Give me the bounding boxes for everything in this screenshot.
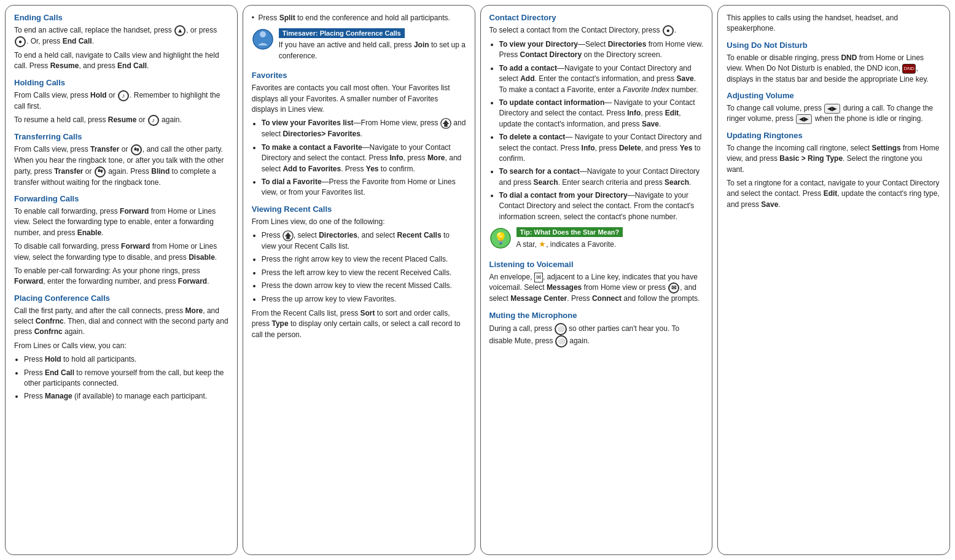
contact-dir-item-3: To update contact information— Navigate … <box>499 98 704 130</box>
heading-mute: Muting the Microphone <box>489 311 704 320</box>
recent-calls-item-2: Press the right arrow key to view the re… <box>262 254 466 265</box>
home-icon <box>440 118 451 129</box>
conference-list-item-2: Press End Call to remove yourself from t… <box>24 368 228 389</box>
panel-conference-details: • Press Split to end the conference and … <box>243 5 475 555</box>
recent-calls-item-3: Press the left arrow key to view the rec… <box>262 268 466 278</box>
favorites-list: To view your Favorites list—From Home vi… <box>262 118 466 198</box>
hold-icon: ♪ <box>118 90 129 101</box>
panel-ending-calls: Ending Calls To end an active call, repl… <box>5 5 238 555</box>
volume-icon-1: ◀▶ <box>824 104 840 114</box>
timesaver-label: Timesaver: Placing Conference Calls <box>279 28 405 38</box>
recent-calls-item-4: Press the down arrow key to view the rec… <box>262 281 466 291</box>
favorites-list-item-3: To dial a Favorite—Press the Favorite fr… <box>262 177 466 198</box>
home-icon-2 <box>283 230 294 241</box>
contact-dir-item-4: To delete a contact— Navigate to your Co… <box>499 132 704 164</box>
text-forwarding-calls-1: To enable call forwarding, press Forward… <box>14 206 228 238</box>
timesaver-icon <box>252 28 274 50</box>
text-voicemail: An envelope, ✉, adjacent to a Line key, … <box>489 272 704 305</box>
envelope-icon: ✉ <box>534 273 543 283</box>
recent-calls-item-1: Press , select Directories, and select R… <box>262 230 466 252</box>
svg-text:💡: 💡 <box>494 231 508 245</box>
heading-volume: Adjusting Volume <box>727 91 941 100</box>
text-mute: During a call, press ⚪ so other parties … <box>489 323 704 348</box>
select-contact-icon: ● <box>663 25 674 36</box>
timesaver-content: Timesaver: Placing Conference Calls If y… <box>279 28 466 64</box>
conference-list-item-3: Press Manage (if available) to manage ea… <box>24 391 228 402</box>
text-split-conference: • Press Split to end the conference and … <box>252 13 466 23</box>
text-conference-calls-2: From Lines or Calls view, you can: <box>14 341 228 351</box>
heading-favorites: Favorites <box>252 71 466 80</box>
text-applies-to: This applies to calls using the handset,… <box>727 13 941 34</box>
conference-calls-list: Press Hold to hold all participants. Pre… <box>24 354 228 402</box>
conference-list-item-1: Press Hold to hold all participants. <box>24 354 228 365</box>
transfer-icon-1: ⇆ <box>131 144 142 155</box>
text-holding-calls-2: To resume a held call, press Resume or ♪… <box>14 115 228 126</box>
text-recent-calls-sort: From the Recent Calls list, press Sort t… <box>252 308 466 340</box>
end-call-icon-2: ● <box>15 36 26 47</box>
text-recent-calls-intro: From Lines view, do one of the following… <box>252 217 466 227</box>
text-transferring-calls: From Calls view, press Transfer or ⇆, an… <box>14 144 228 188</box>
dnd-icon: DND <box>902 64 916 74</box>
mute-icon-2: ⚪ <box>555 335 567 348</box>
tip-icon: 💡 <box>489 227 512 249</box>
panel-contact-directory: Contact Directory To select a contact fr… <box>480 5 713 555</box>
mute-icon-1: ⚪ <box>555 323 567 335</box>
heading-ringtones: Updating Ringtones <box>727 131 941 140</box>
volume-icon-2: ◀▶ <box>796 114 812 125</box>
tip-content: Tip: What Does the Star Mean? A star, ★,… <box>516 227 704 254</box>
resume-icon: ♪ <box>148 115 159 126</box>
heading-contact-directory: Contact Directory <box>489 13 704 22</box>
text-forwarding-calls-3: To enable per-call forwarding: As your p… <box>14 266 228 287</box>
heading-recent-calls: Viewing Recent Calls <box>252 204 466 214</box>
text-favorites-intro: Favorites are contacts you call most oft… <box>252 83 466 115</box>
contact-dir-item-2: To add a contact—Navigate to your Contac… <box>499 63 704 95</box>
text-volume: To change call volume, press ◀▶ during a… <box>727 103 941 125</box>
text-contact-directory-intro: To select a contact from the Contact Dir… <box>489 25 704 36</box>
contact-dir-item-5: To search for a contact—Navigate to your… <box>499 166 704 188</box>
recent-calls-list: Press , select Directories, and select R… <box>262 230 466 305</box>
heading-forwarding-calls: Forwarding Calls <box>14 194 228 203</box>
heading-conference-calls: Placing Conference Calls <box>14 294 228 303</box>
heading-voicemail: Listening to Voicemail <box>489 260 704 269</box>
heading-holding-calls: Holding Calls <box>14 78 228 87</box>
tip-label: Tip: What Does the Star Mean? <box>516 227 623 237</box>
voicemail-icon: ✉ <box>668 282 679 294</box>
svg-marker-3 <box>443 120 450 127</box>
text-conference-calls-1: Call the first party, and after the call… <box>14 306 228 338</box>
favorites-list-item-2: To make a contact a Favorite—Navigate to… <box>262 142 466 174</box>
text-do-not-disturb: To enable or disable ringing, press DND … <box>727 53 941 85</box>
timesaver-callout: Timesaver: Placing Conference Calls If y… <box>252 28 466 64</box>
transfer-icon-2: ⇆ <box>95 166 106 177</box>
panel-settings: This applies to calls using the handset,… <box>717 5 950 555</box>
tip-text: A star, ★, indicates a Favorite. <box>516 239 704 251</box>
end-call-icon-1: ▲ <box>174 25 185 36</box>
favorites-list-item-1: To view your Favorites list—From Home vi… <box>262 118 466 139</box>
text-ending-calls-1: To end an active call, replace the hands… <box>14 25 228 47</box>
contact-dir-item-1: To view your Directory—Select Directorie… <box>499 39 704 61</box>
heading-do-not-disturb: Using Do Not Disturb <box>727 41 941 50</box>
star-icon: ★ <box>539 239 546 251</box>
tip-callout: 💡 Tip: What Does the Star Mean? A star, … <box>489 227 704 254</box>
text-ringtones-2: To set a ringtone for a contact, navigat… <box>727 178 941 210</box>
text-ending-calls-2: To end a held call, navigate to Calls vi… <box>14 50 228 72</box>
timesaver-text: If you have an active and held call, pre… <box>279 40 466 61</box>
contact-directory-list: To view your Directory—Select Directorie… <box>499 39 704 222</box>
heading-ending-calls: Ending Calls <box>14 13 228 22</box>
heading-transferring-calls: Transferring Calls <box>14 132 228 141</box>
recent-calls-item-5: Press the up arrow key to view Favorites… <box>262 294 466 305</box>
text-ringtones-1: To change the incoming call ringtone, se… <box>727 143 941 175</box>
svg-marker-5 <box>284 233 291 239</box>
svg-point-1 <box>260 31 266 37</box>
contact-dir-item-6: To dial a contact from your Directory—Na… <box>499 190 704 222</box>
text-forwarding-calls-2: To disable call forwarding, press Forwar… <box>14 241 228 263</box>
text-holding-calls-1: From Calls view, press Hold or ♪. Rememb… <box>14 90 228 112</box>
